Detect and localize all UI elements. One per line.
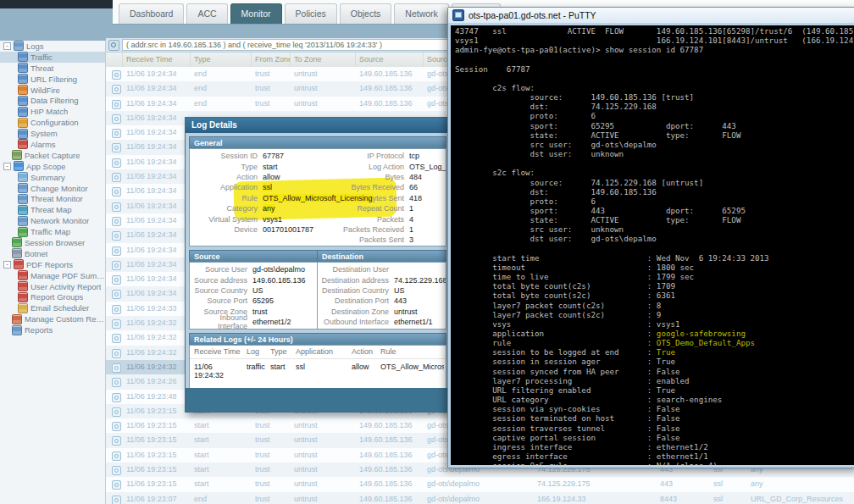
tree-expander-icon[interactable]: - [3,163,11,170]
field-value: US [394,286,405,295]
sidebar-item-alarms[interactable]: Alarms [0,139,105,150]
tab-monitor[interactable]: Monitor [230,3,282,24]
cell-type: end [191,81,252,96]
field-packets: Packets4 [318,213,446,224]
sidebar-item-packet-capture[interactable]: Packet Capture [0,150,105,161]
log-detail-icon[interactable] [112,290,121,299]
sidebar-item-threat-monitor[interactable]: Threat Monitor [0,193,105,204]
sidebar-item-manage-custom-reports[interactable]: Manage Custom Reports [0,313,105,324]
log-detail-icon[interactable] [112,246,121,256]
sidebar-item-url-filtering[interactable]: URL Filtering [0,74,105,85]
detail-cell [106,360,123,374]
sidebar-item-logs[interactable]: -Logs [0,41,105,52]
detail-cell [106,97,123,111]
log-detail-icon[interactable] [112,422,121,431]
sidebar-item-user-activity-report[interactable]: User Activity Report [0,281,105,292]
filter-icon[interactable] [108,40,119,51]
field-value: ssl [263,183,272,191]
sidebar-item-app-scope[interactable]: -App Scope [0,161,105,172]
sidebar-item-botnet[interactable]: Botnet [0,248,105,259]
tab-network[interactable]: Network [394,3,449,24]
log-detail-icon[interactable] [112,407,121,417]
log-detail-icon[interactable] [112,349,121,358]
log-detail-icon[interactable] [112,378,121,387]
log-detail-icon[interactable] [112,202,121,212]
dialog-title[interactable]: Log Details [186,118,450,133]
sidebar-item-system[interactable]: System [0,128,105,139]
log-detail-icon[interactable] [112,363,121,373]
tree-expander-icon[interactable]: - [3,261,11,269]
sidebar-item-summary[interactable]: Summary [0,172,105,183]
terminal-line: src user: unknown [455,224,854,234]
log-detail-icon[interactable] [112,275,121,285]
sidebar-item-change-monitor[interactable]: Change Monitor [0,183,105,194]
log-detail-icon[interactable] [112,217,121,226]
sidebar-item-traffic-map[interactable]: Traffic Map [0,226,105,237]
log-detail-icon[interactable] [112,319,121,329]
putty-title-bar[interactable]: ots-tpa-pa01.gd-ots.net - PuTTY [448,8,854,23]
sidebar-item-configuration[interactable]: Configuration [0,117,105,128]
sidebar-item-network-monitor[interactable]: Network Monitor [0,215,105,226]
log-detail-icon[interactable] [112,100,121,109]
column-header-receive-time[interactable]: Receive Time [123,53,191,67]
tab-acc[interactable]: ACC [186,3,227,24]
log-detail-icon[interactable] [112,496,121,504]
log-detail-icon[interactable] [112,466,121,475]
log-detail-icon[interactable] [112,436,121,446]
cell-time: 11/06 19:24:32 [123,360,191,374]
sidebar-item-data-filtering[interactable]: Data Filtering [0,95,105,106]
log-detail-icon[interactable] [112,143,121,152]
column-header-type[interactable]: Type [191,53,252,67]
log-detail-icon[interactable] [112,393,121,402]
terminal-line: total byte count(c2s) : 1709 [455,281,854,291]
log-detail-icon[interactable] [112,173,121,182]
cell-rule: URL_GD_Corp_Resources [747,492,854,504]
log-detail-icon[interactable] [112,261,121,270]
brand-logo-strip [0,0,113,8]
tree-expander-icon[interactable]: - [3,42,11,50]
field-category: Categoryany [190,203,318,213]
sidebar-item-hip-match[interactable]: HIP Match [0,106,105,117]
table-row[interactable]: 11/06 19:23:15starttrustuntrust149.60.18… [106,477,854,491]
log-detail-icon[interactable] [112,114,121,124]
sidebar-item-report-groups[interactable]: Report Groups [0,291,105,302]
sidebar-item-manage-pdf-summary[interactable]: Manage PDF Summary [0,270,105,281]
log-detail-icon[interactable] [112,231,121,241]
sidebar-item-wildfire[interactable]: WildFire [0,85,105,96]
related-cell: ssl [291,363,347,379]
field-value: 484 [409,173,422,181]
terminal-output[interactable]: 43747 ssl ACTIVE FLOW 149.60.185.136[652… [451,25,854,465]
column-header-to-zone[interactable]: To Zone [291,53,356,67]
log-detail-icon[interactable] [112,129,121,138]
sidebar-item-threat-map[interactable]: Threat Map [0,204,105,215]
log-detail-icon[interactable] [112,70,121,80]
cell-from: trust [252,67,291,81]
cell-time: 11/06 19:24:34 [123,213,191,228]
sidebar-item-threat[interactable]: Threat [0,63,105,74]
cell-time: 11/06 19:24:34 [123,228,191,242]
tab-dashboard[interactable]: Dashboard [119,3,184,24]
sidebar-item-pdf-reports[interactable]: -PDF Reports [0,259,105,270]
sidebar-item-reports[interactable]: Reports [0,324,105,335]
log-detail-icon[interactable] [112,85,121,94]
column-header-from-zone[interactable]: From Zone [252,53,291,67]
sidebar-item-session-browser[interactable]: Session Browser [0,237,105,248]
log-detail-icon[interactable] [112,480,121,490]
log-detail-icon[interactable] [112,305,121,314]
tab-policies[interactable]: Policies [285,3,337,24]
sidebar-item-traffic[interactable]: Traffic [0,52,105,63]
log-detail-icon[interactable] [112,187,121,197]
column-header-source[interactable]: Source [356,53,424,67]
tab-objects[interactable]: Objects [340,3,392,24]
table-row[interactable]: 11/06 19:23:07endtrustuntrust149.60.185.… [106,492,854,504]
cell-dest: 74.125.229.175 [534,477,657,491]
terminal-line: sport: 65295 dport: 443 [455,121,854,130]
log-detail-icon[interactable] [112,451,121,461]
source-rows: Source Usergd-ots\depalmoSource address1… [189,262,318,330]
log-detail-icon[interactable] [112,334,121,343]
field-value: trust [252,307,268,316]
log-detail-icon[interactable] [112,158,121,168]
related-log-row[interactable]: 11/06 19:24:32trafficstartsslallowOTS_Al… [190,359,446,379]
sidebar-item-email-scheduler[interactable]: Email Scheduler [0,302,105,313]
terminal-line: c2s flow: [455,83,854,92]
